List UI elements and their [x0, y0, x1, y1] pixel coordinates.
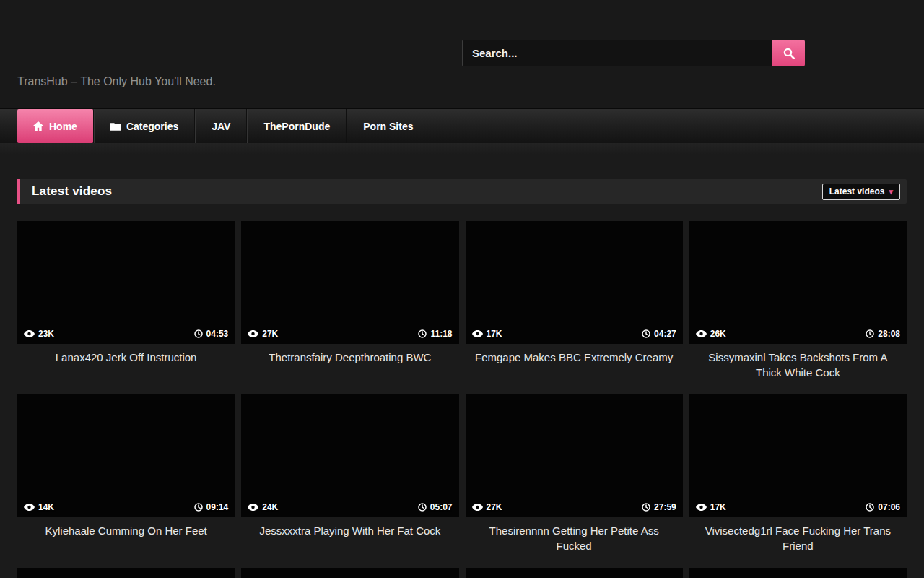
view-count: 14K: [38, 502, 54, 512]
folder-icon: [110, 122, 121, 131]
video-title[interactable]: Femgape Makes BBC Extremely Creamy: [466, 350, 683, 365]
video-thumbnail[interactable]: [17, 568, 235, 578]
video-meta: 14K 09:14: [24, 502, 228, 512]
video-thumbnail[interactable]: [241, 568, 458, 578]
views: 27K: [472, 502, 502, 512]
eye-icon: [24, 330, 35, 337]
view-count: 26K: [710, 329, 726, 339]
video-meta: 17K 07:06: [696, 502, 900, 512]
video-thumbnail[interactable]: 17K 07:06: [689, 394, 907, 517]
video-card[interactable]: 23K 04:53 Lanax420 Jerk Off Instruction: [17, 221, 235, 394]
video-card[interactable]: 27K 11:18 Thetransfairy Deepthroating BW…: [241, 221, 458, 394]
video-card[interactable]: 14K 09:14 Kyliehaale Cumming On Her Feet: [17, 394, 235, 568]
main-nav: Home Categories JAV ThePornDude Porn Sit…: [0, 108, 924, 143]
search-icon: [783, 47, 796, 60]
main-content: Latest videos Latest videos ▾ 23K: [0, 179, 924, 578]
video-card[interactable]: 27K 27:59 Thesirennnn Getting Her Petite…: [466, 394, 683, 568]
video-thumbnail[interactable]: 26K 28:08: [689, 221, 907, 344]
video-grid: 23K 04:53 Lanax420 Jerk Off Instruction: [17, 221, 907, 578]
views: 27K: [248, 329, 278, 339]
clock-icon: [642, 329, 650, 338]
view-count: 27K: [487, 502, 502, 512]
duration: 27:59: [642, 502, 676, 512]
clock-icon: [418, 329, 427, 338]
video-meta: 23K 04:53: [24, 329, 228, 339]
sort-label: Latest videos: [829, 186, 885, 197]
duration: 11:18: [418, 329, 452, 339]
video-meta: 27K 27:59: [472, 502, 676, 512]
eye-icon: [248, 330, 258, 337]
video-card[interactable]: 24K 05:07 Jessxxxtra Playing With Her Fa…: [241, 394, 458, 568]
video-card[interactable]: 17K 07:06 Vivisectedg1rl Face Fucking He…: [689, 394, 907, 568]
video-thumbnail[interactable]: 27K 27:59: [466, 394, 683, 517]
video-thumbnail[interactable]: [689, 568, 907, 578]
video-meta: 24K 05:07: [248, 502, 452, 512]
clock-icon: [194, 503, 203, 512]
view-count: 17K: [487, 329, 502, 339]
page: TransHub – The Only Hub You’ll Need. Hom…: [0, 0, 924, 578]
video-title[interactable]: Sissymaxinl Takes Backshots From A Thick…: [689, 350, 907, 380]
video-thumbnail[interactable]: 17K 04:27: [466, 221, 683, 344]
nav-item-categories[interactable]: Categories: [94, 109, 195, 143]
nav-item-home[interactable]: Home: [17, 109, 94, 143]
duration-text: 04:53: [206, 329, 229, 339]
view-count: 24K: [262, 502, 278, 512]
video-thumbnail[interactable]: 24K 05:07: [241, 394, 458, 517]
video-title[interactable]: Vivisectedg1rl Face Fucking Her Trans Fr…: [689, 523, 907, 553]
nav-shadow: [0, 143, 924, 155]
nav-item-porn-sites[interactable]: Porn Sites: [346, 109, 430, 143]
video-thumbnail[interactable]: [466, 568, 683, 578]
views: 17K: [696, 502, 726, 512]
site-tagline: TransHub – The Only Hub You’ll Need.: [17, 75, 216, 88]
video-thumbnail[interactable]: 14K 09:14: [17, 394, 235, 517]
duration: 04:53: [194, 329, 229, 339]
views: 24K: [248, 502, 278, 512]
video-title[interactable]: Kyliehaale Cumming On Her Feet: [17, 523, 235, 538]
nav-label: JAV: [212, 121, 230, 132]
duration: 05:07: [418, 502, 453, 512]
search-input[interactable]: [462, 40, 772, 66]
video-card-partial[interactable]: [689, 568, 907, 578]
eye-icon: [248, 504, 258, 511]
nav-label: ThePornDude: [263, 121, 330, 132]
video-title[interactable]: Lanax420 Jerk Off Instruction: [17, 350, 235, 365]
sort-dropdown-button[interactable]: Latest videos ▾: [822, 184, 900, 200]
views: 26K: [696, 329, 726, 339]
video-meta: 17K 04:27: [472, 329, 676, 339]
video-title[interactable]: Jessxxxtra Playing With Her Fat Cock: [241, 523, 458, 538]
video-title[interactable]: Thetransfairy Deepthroating BWC: [241, 350, 458, 365]
clock-icon: [866, 329, 874, 338]
video-card-partial[interactable]: [17, 568, 235, 578]
duration-text: 07:06: [878, 502, 900, 512]
nav-label: Categories: [126, 121, 178, 132]
clock-icon: [642, 503, 650, 512]
eye-icon: [24, 504, 35, 511]
views: 17K: [472, 329, 502, 339]
video-thumbnail[interactable]: 23K 04:53: [17, 221, 235, 344]
video-card-partial[interactable]: [466, 568, 683, 578]
clock-icon: [866, 503, 874, 512]
duration-text: 09:14: [206, 502, 229, 512]
search-button[interactable]: [772, 40, 805, 66]
search-form: [462, 40, 805, 66]
video-card-partial[interactable]: [241, 568, 458, 578]
eye-icon: [696, 330, 707, 337]
eye-icon: [696, 504, 707, 511]
video-title[interactable]: Thesirennnn Getting Her Petite Ass Fucke…: [466, 523, 683, 553]
duration: 04:27: [642, 329, 676, 339]
eye-icon: [472, 504, 483, 511]
duration: 07:06: [866, 502, 900, 512]
section-title: Latest videos: [32, 184, 112, 199]
video-thumbnail[interactable]: 27K 11:18: [241, 221, 458, 344]
chevron-down-icon: ▾: [889, 188, 893, 196]
eye-icon: [472, 330, 483, 337]
views: 23K: [24, 329, 54, 339]
nav-item-jav[interactable]: JAV: [195, 109, 247, 143]
video-card[interactable]: 17K 04:27 Femgape Makes BBC Extremely Cr…: [466, 221, 683, 394]
nav-item-theporndude[interactable]: ThePornDude: [247, 109, 346, 143]
duration-text: 28:08: [878, 329, 900, 339]
view-count: 27K: [262, 329, 278, 339]
video-card[interactable]: 26K 28:08 Sissymaxinl Takes Backshots Fr…: [689, 221, 907, 394]
home-icon: [33, 121, 43, 131]
duration-text: 11:18: [430, 329, 452, 339]
